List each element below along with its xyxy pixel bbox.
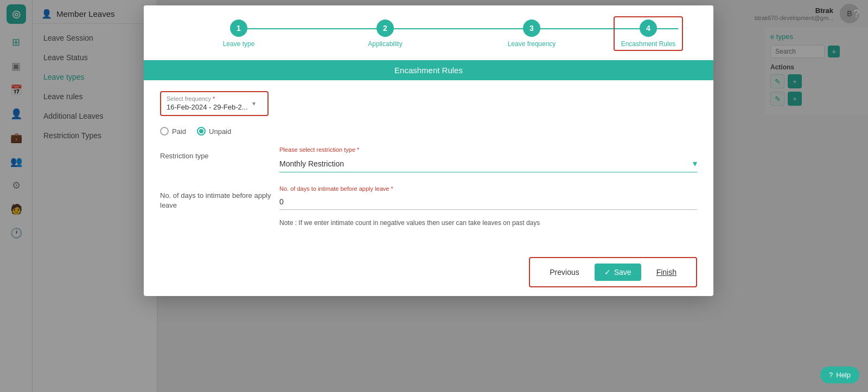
intimate-control: No. of days to intimate before apply lea… bbox=[279, 185, 697, 210]
step-4-circle: 4 bbox=[640, 20, 657, 37]
step-4: 4 Encashment Rules bbox=[605, 16, 692, 51]
step-1: 1 Leave type bbox=[165, 20, 312, 48]
radio-paid[interactable]: Paid bbox=[160, 127, 186, 136]
previous-button[interactable]: Previous bbox=[541, 264, 588, 281]
frequency-section: Select frequency * 16-Feb-2024 - 29-Feb-… bbox=[160, 91, 697, 116]
paid-radio-circle bbox=[160, 127, 169, 136]
footer-buttons-box: Previous ✓ Save Finish bbox=[529, 257, 697, 287]
step-3: 3 Leave frequency bbox=[458, 20, 605, 48]
step-2-circle: 2 bbox=[376, 20, 394, 37]
intimate-days-input[interactable] bbox=[279, 194, 697, 210]
restriction-type-row: Restriction type Please select restricti… bbox=[160, 146, 697, 172]
restriction-arrow-icon: ▾ bbox=[693, 158, 697, 169]
help-button[interactable]: ? Help bbox=[820, 367, 859, 383]
intimate-sublabel: No. of days to intimate before apply lea… bbox=[279, 185, 697, 192]
intimate-days-row: No. of days to intimate before apply lea… bbox=[160, 185, 697, 210]
step-4-active-box: 4 Encashment Rules bbox=[614, 16, 684, 51]
paid-label: Paid bbox=[172, 127, 186, 136]
step-3-circle: 3 bbox=[523, 20, 540, 37]
frequency-content: Select frequency * 16-Feb-2024 - 29-Feb-… bbox=[167, 95, 248, 112]
help-icon-top[interactable]: ? bbox=[853, 8, 859, 20]
save-button[interactable]: ✓ Save bbox=[595, 264, 641, 281]
frequency-select-box[interactable]: Select frequency * 16-Feb-2024 - 29-Feb-… bbox=[160, 91, 269, 116]
frequency-arrow-icon: ▾ bbox=[252, 100, 256, 107]
frequency-label: Select frequency * bbox=[167, 95, 248, 102]
note-text: Note : If we enter intimate count in neg… bbox=[279, 219, 697, 227]
unpaid-radio-circle bbox=[197, 127, 206, 136]
modal-footer: Previous ✓ Save Finish bbox=[144, 248, 713, 296]
step-3-label: Leave frequency bbox=[508, 40, 556, 48]
modal: 1 Leave type 2 Applicability 3 Leave fre… bbox=[144, 5, 713, 296]
restriction-control: Please select restriction type * Monthly… bbox=[279, 146, 697, 172]
frequency-value: 16-Feb-2024 - 29-Feb-2... bbox=[167, 103, 248, 111]
step-2-label: Applicability bbox=[368, 40, 402, 48]
section-header: Encashment Rules bbox=[144, 60, 713, 80]
save-check-icon: ✓ bbox=[604, 268, 611, 277]
modal-body: Select frequency * 16-Feb-2024 - 29-Feb-… bbox=[144, 91, 713, 248]
payment-type-group: Paid Unpaid bbox=[160, 127, 697, 136]
step-1-label: Leave type bbox=[223, 40, 255, 48]
step-4-label: Encashment Rules bbox=[621, 40, 676, 48]
unpaid-label: Unpaid bbox=[209, 127, 231, 136]
step-2: 2 Applicability bbox=[312, 20, 458, 48]
step-1-circle: 1 bbox=[230, 20, 247, 37]
restriction-select[interactable]: Monthly Restriction ▾ bbox=[279, 155, 697, 172]
restriction-label: Restriction type bbox=[160, 146, 279, 160]
help-circle-icon: ? bbox=[829, 371, 833, 379]
stepper: 1 Leave type 2 Applicability 3 Leave fre… bbox=[144, 5, 713, 60]
finish-button[interactable]: Finish bbox=[648, 264, 685, 281]
restriction-sublabel: Please select restriction type * bbox=[279, 146, 697, 153]
intimate-label: No. of days to intimate before apply lea… bbox=[160, 185, 279, 210]
radio-unpaid[interactable]: Unpaid bbox=[197, 127, 231, 136]
